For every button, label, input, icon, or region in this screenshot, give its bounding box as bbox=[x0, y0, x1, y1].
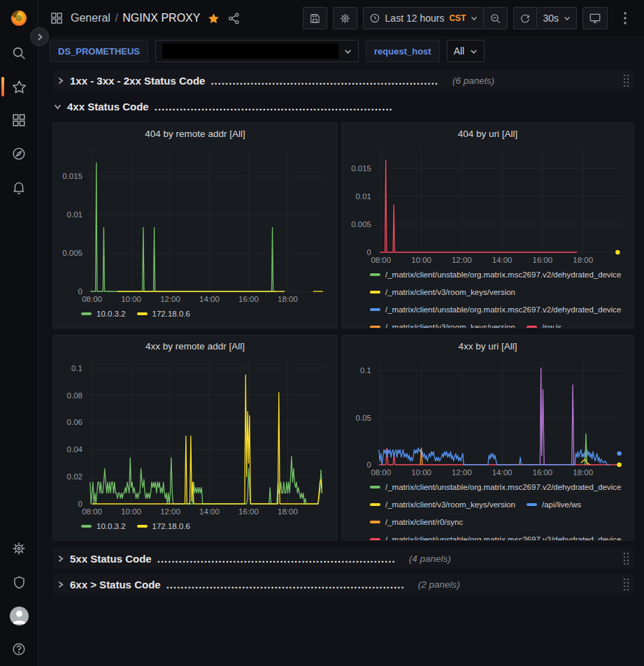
legend-item[interactable]: /_matrix/client/v3/room_keys/version bbox=[370, 286, 515, 298]
chart-area[interactable]: 08:0010:0012:0014:0016:0018:0000.0050.01… bbox=[57, 144, 333, 305]
sidebar-item-explore[interactable] bbox=[0, 137, 38, 171]
legend-item[interactable]: /_matrix/client/r0/sync bbox=[370, 516, 463, 528]
row-5xx[interactable]: 5xx Status Code ........................… bbox=[52, 548, 634, 569]
timeseries-chart[interactable]: 08:0010:0012:0014:0016:0018:0000.0050.01… bbox=[346, 144, 629, 266]
svg-text:10:00: 10:00 bbox=[121, 295, 141, 303]
chevron-down-icon bbox=[54, 103, 62, 110]
favorite-star-icon[interactable] bbox=[207, 12, 220, 25]
legend-item[interactable]: /_matrix/client/v3/room_keys/version bbox=[370, 321, 515, 328]
legend-swatch bbox=[137, 525, 148, 528]
panel-404-by-remote-addr: 404 by remote addr [All] 08:0010:0012:00… bbox=[52, 122, 338, 328]
panel-title[interactable]: 4xx by remote addr [All] bbox=[57, 338, 333, 356]
row-title-leader: ........................................… bbox=[157, 553, 395, 565]
legend-label: 10.0.3.2 bbox=[96, 522, 126, 530]
timeseries-chart[interactable]: 08:0010:0012:0014:0016:0018:0000.0050.01… bbox=[57, 144, 333, 305]
row-title: 5xx Status Code bbox=[70, 553, 152, 565]
legend-label: /_matrix/client/v3/room_keys/version bbox=[385, 500, 515, 509]
svg-text:16:00: 16:00 bbox=[238, 507, 259, 516]
legend-item[interactable]: 172.18.0.6 bbox=[137, 307, 190, 320]
row-6xx[interactable]: 6xx > Status Code ......................… bbox=[52, 574, 634, 595]
legend-item[interactable]: /_matrix/client/unstable/org.matrix.msc2… bbox=[370, 481, 622, 493]
chevron-down-icon bbox=[470, 48, 478, 55]
sidebar-item-profile[interactable] bbox=[0, 599, 38, 632]
legend-label: /_matrix/client/unstable/org.matrix.msc2… bbox=[385, 483, 622, 491]
variable-dropdown-ds-prometheus[interactable] bbox=[155, 40, 359, 62]
chevron-down-icon bbox=[344, 48, 352, 55]
legend-item[interactable]: /_matrix/client/unstable/org.matrix.msc2… bbox=[370, 303, 622, 316]
svg-text:0.01: 0.01 bbox=[67, 210, 83, 219]
dashboard-body: 1xx - 3xx - 2xx Status Code ............… bbox=[38, 64, 644, 666]
refresh-controls: 30s bbox=[513, 7, 577, 29]
breadcrumb-folder[interactable]: General bbox=[71, 12, 110, 24]
more-options-button[interactable] bbox=[613, 7, 637, 29]
legend-swatch bbox=[370, 308, 380, 311]
panels-grid: 404 by remote addr [All] 08:0010:0012:00… bbox=[52, 122, 634, 541]
svg-text:08:00: 08:00 bbox=[82, 295, 102, 303]
legend-label: /_matrix/client/unstable/org.matrix.msc2… bbox=[385, 270, 622, 279]
legend-swatch bbox=[370, 273, 380, 276]
legend-item[interactable]: /sw.js bbox=[527, 321, 561, 328]
sidebar-expand-button[interactable] bbox=[30, 27, 49, 46]
legend-label: /_matrix/client/unstable/org.matrix.msc2… bbox=[385, 305, 622, 314]
refresh-interval-value: 30s bbox=[543, 13, 559, 24]
panel-title[interactable]: 4xx by uri [All] bbox=[346, 338, 629, 356]
row-drag-handle[interactable] bbox=[622, 73, 630, 87]
save-dashboard-button[interactable] bbox=[303, 7, 327, 29]
svg-text:0.05: 0.05 bbox=[356, 414, 371, 422]
row-1xx-3xx-2xx[interactable]: 1xx - 3xx - 2xx Status Code ............… bbox=[52, 70, 634, 91]
panel-title[interactable]: 404 by uri [All] bbox=[346, 126, 629, 144]
sidebar-item-server-admin[interactable] bbox=[0, 565, 38, 599]
variable-dropdown-request-host[interactable]: All bbox=[447, 40, 485, 62]
svg-text:0.1: 0.1 bbox=[71, 364, 83, 372]
breadcrumb-dashboard-title[interactable]: NGINX PROXY bbox=[122, 12, 200, 24]
svg-text:0.005: 0.005 bbox=[62, 249, 83, 257]
compass-icon bbox=[11, 146, 27, 161]
breadcrumb: General / NGINX PROXY bbox=[71, 12, 200, 24]
row-drag-handle[interactable] bbox=[622, 577, 630, 591]
sidebar-item-alerting[interactable] bbox=[0, 171, 38, 204]
svg-text:18:00: 18:00 bbox=[573, 468, 593, 477]
sidebar-item-dashboards[interactable] bbox=[0, 103, 38, 137]
legend-item[interactable]: /_matrix/client/v3/room_keys/version bbox=[370, 498, 515, 511]
legend-item[interactable]: 172.18.0.6 bbox=[137, 520, 190, 533]
legend-item[interactable]: /_matrix/client/unstable/org.matrix.msc2… bbox=[370, 268, 622, 281]
svg-text:12:00: 12:00 bbox=[160, 295, 180, 303]
timeseries-chart[interactable]: 08:0010:0012:0014:0016:0018:0000.020.040… bbox=[57, 356, 333, 518]
legend-item[interactable]: /_matrix/client/unstable/org.matrix.msc2… bbox=[370, 533, 622, 540]
sidebar-item-help[interactable] bbox=[0, 632, 38, 666]
row-drag-handle[interactable] bbox=[622, 551, 630, 565]
main-area: General / NGINX PROXY bbox=[38, 0, 644, 666]
dashboard-settings-button[interactable] bbox=[333, 7, 357, 29]
cycle-view-mode-button[interactable] bbox=[582, 7, 608, 29]
legend-item[interactable]: 10.0.3.2 bbox=[81, 520, 126, 533]
legend-item[interactable]: /api/live/ws bbox=[527, 498, 581, 511]
row-4xx[interactable]: 4xx Status Code ........................… bbox=[52, 96, 634, 117]
row-title: 1xx - 3xx - 2xx Status Code bbox=[70, 75, 205, 87]
zoom-out-time-button[interactable] bbox=[484, 7, 508, 29]
chart-area[interactable]: 08:0010:0012:0014:0016:0018:0000.0050.01… bbox=[346, 144, 629, 266]
timeseries-chart[interactable]: 08:0010:0012:0014:0016:0018:0000.050.1 bbox=[346, 356, 629, 479]
share-icon[interactable] bbox=[227, 12, 241, 25]
legend-item[interactable]: 10.0.3.2 bbox=[81, 307, 126, 320]
svg-text:0.01: 0.01 bbox=[356, 192, 371, 201]
redacted-value bbox=[162, 43, 338, 59]
sidebar-item-favorites[interactable] bbox=[0, 70, 38, 103]
svg-text:18:00: 18:00 bbox=[573, 256, 593, 264]
chart-area[interactable]: 08:0010:0012:0014:0016:0018:0000.020.040… bbox=[57, 356, 333, 518]
refresh-interval-dropdown[interactable]: 30s bbox=[537, 7, 577, 29]
panel-legend: 10.0.3.2172.18.0.6 bbox=[57, 518, 333, 540]
time-range-picker[interactable]: Last 12 hours CST bbox=[363, 7, 485, 29]
svg-text:0.02: 0.02 bbox=[67, 472, 83, 481]
panel-4xx-by-remote-addr: 4xx by remote addr [All] 08:0010:0012:00… bbox=[52, 335, 338, 541]
help-icon bbox=[11, 642, 27, 657]
refresh-button[interactable] bbox=[513, 7, 537, 29]
grafana-app: General / NGINX PROXY bbox=[0, 0, 644, 666]
sidebar-item-configuration[interactable] bbox=[0, 532, 38, 565]
svg-text:0: 0 bbox=[367, 248, 371, 256]
svg-text:12:00: 12:00 bbox=[452, 256, 472, 264]
svg-text:08:00: 08:00 bbox=[371, 256, 391, 264]
row-title-leader: ........................................… bbox=[210, 75, 438, 87]
panel-title[interactable]: 404 by remote addr [All] bbox=[57, 126, 333, 144]
panel-legend: /_matrix/client/unstable/org.matrix.msc2… bbox=[346, 479, 629, 540]
chart-area[interactable]: 08:0010:0012:0014:0016:0018:0000.050.1 bbox=[346, 356, 629, 479]
